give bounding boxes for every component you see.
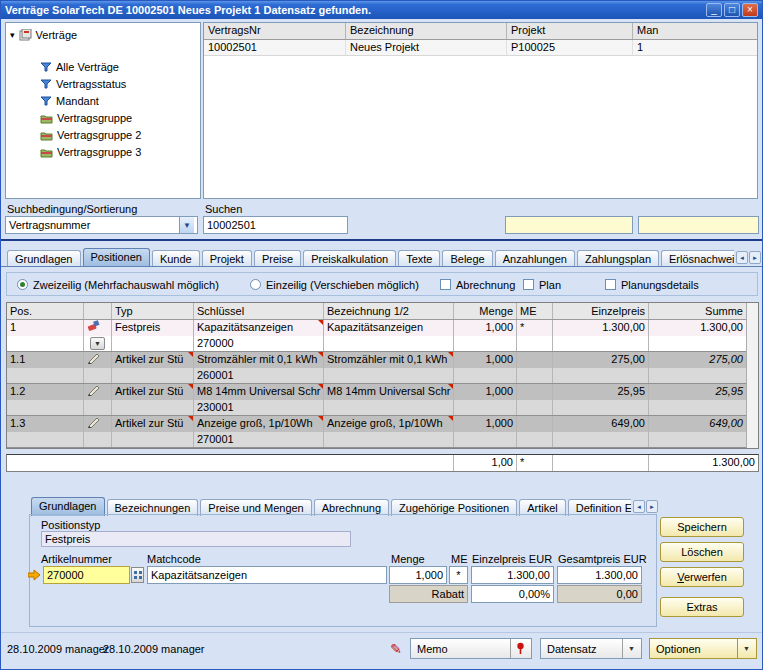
tree-item-alle-vertraege[interactable]: Alle Verträge: [40, 59, 119, 75]
checkbox-plan-label[interactable]: Plan: [539, 279, 561, 291]
me-field[interactable]: *: [449, 566, 468, 584]
tree-item-label[interactable]: Mandant: [56, 95, 99, 107]
tab-texte[interactable]: Texte: [398, 250, 440, 267]
tab-anzahlungen[interactable]: Anzahlungen: [495, 250, 575, 267]
radio-einzeilig-label[interactable]: Einzeilig (Verschieben möglich): [266, 279, 419, 291]
row-dropdown-icon[interactable]: ▼: [90, 337, 105, 350]
optionen-button[interactable]: Optionen ▼: [649, 638, 757, 659]
column-header[interactable]: VertragsNr: [204, 23, 346, 39]
tab-kunde[interactable]: Kunde: [152, 250, 200, 267]
article-number[interactable]: 270001: [194, 432, 324, 447]
position-row-1[interactable]: 1 Festpreis Kapazitätsanzeigen Kapazität…: [7, 320, 758, 336]
radio-einzeilig[interactable]: [250, 279, 261, 290]
delete-button[interactable]: Löschen: [660, 542, 744, 562]
tab-projekt[interactable]: Projekt: [202, 250, 252, 267]
article-number[interactable]: 260001: [194, 368, 324, 383]
column-header[interactable]: Bezeichnung: [346, 23, 507, 39]
position-row-1-3-line2[interactable]: 270001: [7, 432, 758, 448]
rabatt-pct-field[interactable]: 0,00%: [471, 585, 554, 603]
extras-button[interactable]: Extras: [660, 597, 744, 617]
position-row-1-1[interactable]: 1.1 Artikel zur Stü Stromzähler mit 0,1 …: [7, 352, 758, 368]
tree-root-label[interactable]: Verträge: [36, 29, 78, 41]
tree-expand-icon[interactable]: ▾: [10, 30, 15, 40]
tab-scroll-right-icon[interactable]: ►: [646, 500, 658, 513]
column-header[interactable]: Pos.: [7, 303, 84, 319]
cell-projekt[interactable]: P100025: [507, 40, 633, 55]
signature-icon[interactable]: ✎: [385, 638, 407, 659]
tree-item-mandant[interactable]: Mandant: [40, 93, 99, 109]
table-scrollbar[interactable]: [746, 303, 758, 448]
sort-select[interactable]: Vertragsnummer ▼: [5, 216, 198, 234]
positionstyp-field[interactable]: Festpreis: [41, 531, 351, 547]
minimize-button[interactable]: _: [706, 3, 722, 17]
maximize-button[interactable]: □: [724, 3, 740, 17]
tree-item-label[interactable]: Alle Verträge: [56, 61, 119, 73]
search-input[interactable]: 10002501: [203, 216, 348, 234]
column-header[interactable]: Projekt: [507, 23, 633, 39]
search-extra-field-1[interactable]: [505, 216, 633, 234]
chevron-down-icon[interactable]: ▼: [179, 217, 194, 233]
article-lookup-icon[interactable]: [131, 567, 144, 583]
checkbox-abrechnung[interactable]: [440, 279, 451, 290]
save-button[interactable]: Speichern: [660, 517, 744, 537]
gesamtpreis-field[interactable]: 1.300,00: [557, 566, 642, 584]
chevron-down-icon[interactable]: ▼: [737, 639, 750, 658]
tab-scroll-left-icon[interactable]: ◄: [736, 251, 748, 264]
position-row-1-2-line2[interactable]: 230001: [7, 400, 758, 416]
position-row-1-1-line2[interactable]: 260001: [7, 368, 758, 384]
matchcode-field[interactable]: Kapazitätsanzeigen: [147, 566, 387, 584]
column-header[interactable]: Bezeichnung 1/2: [324, 303, 454, 319]
checkbox-plan[interactable]: [523, 279, 534, 290]
checkbox-planungsdetails-label[interactable]: Planungsdetails: [621, 279, 699, 291]
tree-root[interactable]: ▾ Verträge: [10, 27, 77, 43]
radio-zweizeilig-label[interactable]: Zweizeilig (Mehrfachauswahl möglich): [33, 279, 219, 291]
position-row-1-3[interactable]: 1.3 Artikel zur Stü Anzeige groß, 1p/10W…: [7, 416, 758, 432]
checkbox-abrechnung-label[interactable]: Abrechnung: [456, 279, 515, 291]
column-header[interactable]: Einzelpreis: [553, 303, 649, 319]
article-number[interactable]: 230001: [194, 400, 324, 415]
column-header[interactable]: Menge: [454, 303, 517, 319]
column-header[interactable]: Man: [633, 23, 757, 39]
column-header[interactable]: Summe: [649, 303, 746, 319]
tree-item-vertragsgruppe[interactable]: Vertragsgruppe: [40, 110, 132, 126]
tree-item-label[interactable]: Vertragsgruppe 3: [57, 146, 141, 158]
position-row-1-2[interactable]: 1.2 Artikel zur Stü M8 14mm Universal Sc…: [7, 384, 758, 400]
tree-item-label[interactable]: Vertragsgruppe 2: [57, 129, 141, 141]
column-header[interactable]: ME: [517, 303, 553, 319]
cell-man[interactable]: 1: [633, 40, 757, 55]
title-bar[interactable]: Verträge SolarTech DE 10002501 Neues Pro…: [1, 1, 762, 19]
tree-item-vertragsstatus[interactable]: Vertragsstatus: [40, 76, 126, 92]
close-button[interactable]: ×: [742, 3, 758, 17]
tab-belege[interactable]: Belege: [442, 250, 492, 267]
column-header[interactable]: Schlüssel: [194, 303, 324, 319]
column-header-icon[interactable]: [84, 303, 112, 319]
tree-item-vertragsgruppe-2[interactable]: Vertragsgruppe 2: [40, 127, 141, 143]
cell-bezeichnung[interactable]: Neues Projekt: [346, 40, 507, 55]
tab-scroll-right-icon[interactable]: ►: [749, 251, 761, 264]
tab-scroll-left-icon[interactable]: ◄: [633, 500, 645, 513]
discard-button[interactable]: Verwerfen: [660, 567, 744, 587]
tab-positionen[interactable]: Positionen: [83, 248, 150, 267]
article-number[interactable]: 270000: [194, 336, 324, 351]
tab-grundlagen[interactable]: Grundlagen: [7, 250, 81, 267]
checkbox-planungsdetails[interactable]: [605, 279, 616, 290]
tree-item-vertragsgruppe-3[interactable]: Vertragsgruppe 3: [40, 144, 141, 160]
column-header[interactable]: Typ: [112, 303, 194, 319]
einzelpreis-field[interactable]: 1.300,00: [471, 566, 554, 584]
chevron-down-icon[interactable]: ▼: [622, 639, 635, 658]
tree-item-label[interactable]: Vertragsstatus: [56, 78, 126, 90]
tree-item-label[interactable]: Vertragsgruppe: [57, 112, 132, 124]
tab-preise[interactable]: Preise: [254, 250, 301, 267]
tab-zahlungsplan[interactable]: Zahlungsplan: [577, 250, 659, 267]
cell-vertragsnr[interactable]: 10002501: [204, 40, 346, 55]
menge-field[interactable]: 1,000: [389, 566, 447, 584]
datensatz-button[interactable]: Datensatz ▼: [540, 638, 642, 659]
search-extra-field-2[interactable]: [638, 216, 759, 234]
position-row-1-line2[interactable]: ▼ 270000: [7, 336, 758, 352]
artikelnummer-field[interactable]: 270000: [43, 566, 130, 584]
radio-zweizeilig[interactable]: [17, 279, 28, 290]
table-row[interactable]: 10002501 Neues Projekt P100025 1: [204, 40, 757, 56]
tab-erloesnachweis[interactable]: Erlösnachweis: [661, 250, 734, 267]
tab-preiskalkulation[interactable]: Preiskalkulation: [303, 250, 396, 267]
memo-button[interactable]: Memo: [410, 638, 532, 659]
